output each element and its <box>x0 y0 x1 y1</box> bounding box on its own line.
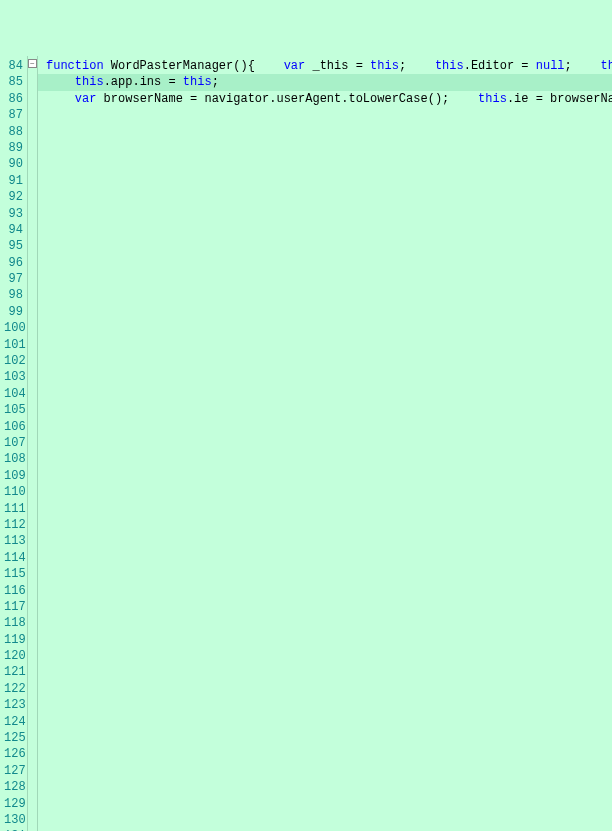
line-number: 100 <box>4 320 23 336</box>
line-number: 111 <box>4 501 23 517</box>
line-number: 125 <box>4 730 23 746</box>
line-number: 90 <box>4 156 23 172</box>
line-number: 102 <box>4 353 23 369</box>
line-number: 118 <box>4 615 23 631</box>
line-number: 124 <box>4 714 23 730</box>
line-number: 103 <box>4 369 23 385</box>
line-number: 94 <box>4 222 23 238</box>
line-number: 127 <box>4 763 23 779</box>
line-number: 98 <box>4 287 23 303</box>
line-number: 116 <box>4 583 23 599</box>
line-number: 105 <box>4 402 23 418</box>
code-area[interactable]: function WordPasterManager(){ var _this … <box>38 56 612 831</box>
line-number: 109 <box>4 468 23 484</box>
line-number: 97 <box>4 271 23 287</box>
line-number: 84 <box>4 58 23 74</box>
line-number: 96 <box>4 255 23 271</box>
line-number: 117 <box>4 599 23 615</box>
line-number: 121 <box>4 664 23 680</box>
line-number: 130 <box>4 812 23 828</box>
code-line[interactable]: var _this = this; <box>255 59 406 73</box>
line-number: 89 <box>4 140 23 156</box>
line-number: 129 <box>4 796 23 812</box>
fold-toggle[interactable]: − <box>28 59 37 68</box>
line-number: 122 <box>4 681 23 697</box>
code-line[interactable]: var browserName = navigator.userAgent.to… <box>46 92 449 106</box>
line-number: 86 <box>4 91 23 107</box>
code-line[interactable]: this.Fields = {}; //符合信息 <box>572 59 612 73</box>
line-number: 99 <box>4 304 23 320</box>
code-line[interactable]: this.ie = browserName.indexOf("msie") > … <box>449 92 612 106</box>
line-number: 128 <box>4 779 23 795</box>
line-number: 104 <box>4 386 23 402</box>
line-number: 119 <box>4 632 23 648</box>
line-number: 113 <box>4 533 23 549</box>
fold-column[interactable]: − + ++++− <box>28 56 38 831</box>
line-number: 110 <box>4 484 23 500</box>
line-number: 123 <box>4 697 23 713</box>
code-editor: 8485868788899091929394959697989910010110… <box>0 56 612 831</box>
line-number: 114 <box>4 550 23 566</box>
code-line[interactable]: function WordPasterManager() <box>46 59 248 73</box>
line-number: 93 <box>4 206 23 222</box>
line-number: 95 <box>4 238 23 254</box>
code-line[interactable]: this.app.ins = this; <box>38 74 612 90</box>
line-number: 108 <box>4 451 23 467</box>
line-number: 115 <box>4 566 23 582</box>
line-number: 112 <box>4 517 23 533</box>
line-number: 126 <box>4 746 23 762</box>
line-number: 87 <box>4 107 23 123</box>
line-number: 85 <box>4 74 23 90</box>
line-number: 120 <box>4 648 23 664</box>
line-number: 88 <box>4 124 23 140</box>
line-number-gutter: 8485868788899091929394959697989910010110… <box>0 56 28 831</box>
code-line[interactable]: this.Editor = null; <box>406 59 572 73</box>
line-number: 91 <box>4 173 23 189</box>
line-number: 101 <box>4 337 23 353</box>
line-number: 107 <box>4 435 23 451</box>
line-number: 106 <box>4 419 23 435</box>
code-line[interactable]: { <box>248 59 255 73</box>
line-number: 92 <box>4 189 23 205</box>
